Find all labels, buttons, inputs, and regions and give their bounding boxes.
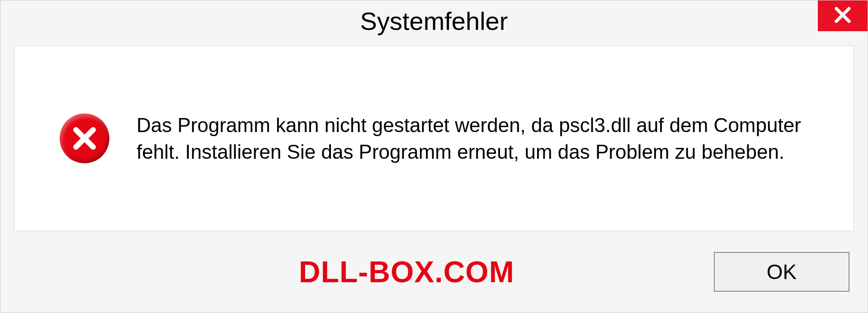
dialog-footer: DLL-BOX.COM OK xyxy=(0,245,868,313)
error-icon xyxy=(60,114,109,163)
dialog-title: Systemfehler xyxy=(360,6,508,36)
watermark-text: DLL-BOX.COM xyxy=(299,255,514,289)
error-message: Das Programm kann nicht gestartet werden… xyxy=(137,112,813,166)
close-icon xyxy=(834,6,852,26)
ok-button[interactable]: OK xyxy=(714,252,849,292)
content-area: Das Programm kann nicht gestartet werden… xyxy=(14,46,854,231)
error-dialog: Systemfehler Das Programm kann nicht ges… xyxy=(0,0,868,313)
close-button[interactable] xyxy=(818,0,868,31)
titlebar: Systemfehler xyxy=(0,0,868,41)
